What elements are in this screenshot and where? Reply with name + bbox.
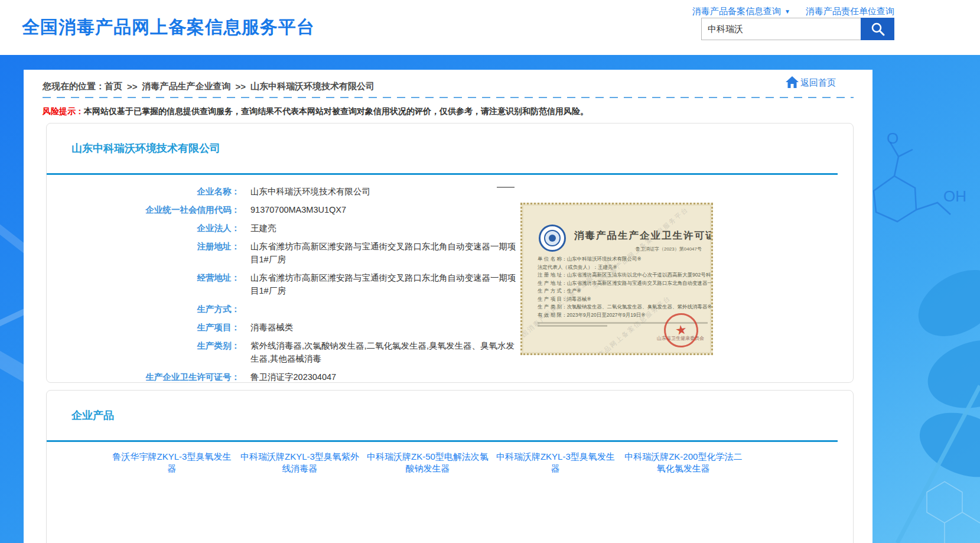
certificate-line: 生 产 项 目：消毒器械※ bbox=[538, 295, 712, 304]
breadcrumb-section-link[interactable]: 消毒产品生产企业查询 bbox=[142, 81, 231, 92]
home-icon bbox=[785, 76, 799, 89]
field-row: 生产类别： 紫外线消毒器,次氯酸钠发生器,二氧化氯发生器,臭氧发生器、臭氧水发生… bbox=[47, 339, 531, 365]
company-products-card: 企业产品 鲁沃华宇牌ZKYL-3型臭氧发生器 中科瑞沃牌ZKYL-3型臭氧紫外线… bbox=[46, 390, 854, 543]
field-value: 鲁卫消证字202304047 bbox=[250, 370, 521, 383]
product-link[interactable]: 鲁沃华宇牌ZKYL-3型臭氧发生器 bbox=[110, 451, 234, 474]
page: O OH 全国消毒产品网上备案信息服务平台 消毒产品备案信息查询 ▼ 消毒产品责… bbox=[0, 0, 980, 543]
breadcrumb: 您现在的位置： 首页 >> 消毒产品生产企业查询 >> 山东中科瑞沃环境技术有限… bbox=[43, 79, 854, 93]
title-underline bbox=[47, 173, 838, 175]
chemistry-leaf-decor-icon: O OH bbox=[862, 55, 980, 543]
field-row: 经营地址： 山东省潍坊市高新区潍安路与宝通街交叉路口东北角自动变速器一期项目1#… bbox=[47, 271, 531, 297]
site-title: 全国消毒产品网上备案信息服务平台 bbox=[22, 15, 315, 40]
field-label: 注册地址： bbox=[47, 240, 240, 266]
back-home-link[interactable]: 返回首页 bbox=[785, 76, 836, 89]
national-emblem-icon bbox=[539, 225, 566, 252]
certificate-title: 消毒产品生产企业卫生许可证 bbox=[574, 229, 713, 242]
site-header: 全国消毒产品网上备案信息服务平台 消毒产品备案信息查询 ▼ 消毒产品责任单位查询 bbox=[0, 0, 980, 55]
field-row: 生产项目： 消毒器械类 bbox=[47, 321, 531, 334]
certificate-line: 单 位 名 称：山东中科瑞沃环境技术有限公司※ bbox=[538, 255, 712, 264]
breadcrumb-home-link[interactable]: 首页 bbox=[105, 81, 122, 92]
breadcrumb-separator: >> bbox=[127, 82, 138, 92]
field-value: 消毒器械类 bbox=[250, 321, 521, 334]
title-underline bbox=[47, 440, 838, 442]
field-value: 王建亮 bbox=[250, 222, 521, 235]
field-value bbox=[250, 303, 521, 316]
search-bar bbox=[701, 18, 894, 40]
products-card-title: 企业产品 bbox=[71, 408, 114, 422]
field-label: 生产类别： bbox=[47, 339, 240, 365]
search-button[interactable] bbox=[861, 18, 894, 40]
certificate-number: 鲁卫消证字（2023）第04047号 bbox=[636, 246, 702, 252]
risk-notice: 风险提示：本网站仅基于已掌握的信息提供查询服务，查询结果不代表本网站对被查询对象… bbox=[43, 106, 588, 117]
company-name-title: 山东中科瑞沃环境技术有限公司 bbox=[71, 141, 220, 155]
breadcrumb-current: 山东中科瑞沃环境技术有限公司 bbox=[250, 81, 375, 92]
dashed-divider bbox=[43, 97, 854, 98]
certificate-line: 生 产 地 址：山东省潍坊市高新区潍安路与宝通街交叉路口东北角自动变速器一期项目… bbox=[538, 279, 712, 288]
field-row: 企业名称： 山东中科瑞沃环境技术有限公司 bbox=[47, 185, 531, 198]
svg-text:O: O bbox=[887, 129, 898, 147]
breadcrumb-prefix: 您现在的位置： bbox=[43, 81, 105, 92]
chevron-down-icon: ▼ bbox=[784, 8, 790, 15]
image-artifact-dash bbox=[497, 187, 515, 188]
field-value: 山东中科瑞沃环境技术有限公司 bbox=[250, 185, 521, 198]
field-label: 企业法人： bbox=[47, 222, 240, 235]
product-link[interactable]: 中科瑞沃牌ZK-50型电解法次氯酸钠发生器 bbox=[366, 451, 490, 474]
company-fields: 企业名称： 山东中科瑞沃环境技术有限公司 企业统一社会信用代码： 9137070… bbox=[47, 185, 531, 407]
product-link[interactable]: 中科瑞沃牌ZK-200型化学法二氧化氯发生器 bbox=[621, 451, 745, 474]
svg-text:OH: OH bbox=[943, 187, 966, 205]
field-row: 企业统一社会信用代码： 91370700MA3M3U1QX7 bbox=[47, 203, 531, 216]
license-certificate-image: 全国消毒产品网上备案信息服务平台 全国消毒产品网上备案信息服务平台 全国消毒产品… bbox=[520, 203, 713, 355]
product-list: 鲁沃华宇牌ZKYL-3型臭氧发生器 中科瑞沃牌ZKYL-3型臭氧紫外线消毒器 中… bbox=[110, 451, 825, 485]
field-label: 企业名称： bbox=[47, 185, 240, 198]
risk-notice-label: 风险提示： bbox=[43, 106, 84, 116]
certificate-line: 生 产 类 别：次氯酸钠发生器、二氧化氯发生器、臭氧发生器、紫外线消毒器※ bbox=[538, 303, 712, 311]
field-label: 生产项目： bbox=[47, 321, 240, 334]
product-link[interactable]: 中科瑞沃牌ZKYL-3型臭氧发生器 bbox=[493, 451, 617, 474]
search-input[interactable] bbox=[701, 18, 861, 40]
field-label: 企业统一社会信用代码： bbox=[47, 203, 240, 216]
breadcrumb-separator: >> bbox=[236, 82, 246, 92]
field-label: 生产方式： bbox=[47, 303, 240, 316]
nav-responsible-unit-query[interactable]: 消毒产品责任单位查询 bbox=[806, 6, 894, 17]
field-row: 企业法人： 王建亮 bbox=[47, 222, 531, 235]
content-panel: 您现在的位置： 首页 >> 消毒产品生产企业查询 >> 山东中科瑞沃环境技术有限… bbox=[24, 70, 872, 543]
field-row: 生产企业卫生许可证号： 鲁卫消证字202304047 bbox=[47, 370, 531, 383]
certificate-line: 注 册 地 址：山东省潍坊高新区玉清东街以北中心次干道以西高新大厦902号科研楼 bbox=[538, 271, 712, 279]
top-nav: 消毒产品备案信息查询 ▼ 消毒产品责任单位查询 bbox=[692, 6, 894, 17]
certificate-line: 生 产 方 式：生产※ bbox=[538, 287, 712, 295]
field-value: 山东省潍坊市高新区潍安路与宝通街交叉路口东北角自动变速器一期项目1#厂房 bbox=[250, 240, 521, 266]
certificate-line: 法定代表人（或负责人）：王建亮※ bbox=[538, 264, 712, 272]
search-icon bbox=[870, 21, 885, 37]
field-label: 经营地址： bbox=[47, 271, 240, 297]
field-row: 注册地址： 山东省潍坊市高新区潍安路与宝通街交叉路口东北角自动变速器一期项目1#… bbox=[47, 240, 531, 266]
field-value: 91370700MA3M3U1QX7 bbox=[250, 203, 521, 216]
field-label: 生产企业卫生许可证号： bbox=[47, 370, 240, 383]
product-link[interactable]: 中科瑞沃牌ZKYL-3型臭氧紫外线消毒器 bbox=[237, 451, 362, 474]
field-row: 生产方式： bbox=[47, 303, 531, 316]
risk-notice-text: 本网站仅基于已掌握的信息提供查询服务，查询结果不代表本网站对被查询对象信用状况的… bbox=[84, 106, 588, 116]
nav-record-info-query[interactable]: 消毒产品备案信息查询 ▼ bbox=[692, 6, 790, 17]
company-detail-card: 山东中科瑞沃环境技术有限公司 企业名称： 山东中科瑞沃环境技术有限公司 企业统一… bbox=[46, 123, 854, 383]
field-value: 紫外线消毒器,次氯酸钠发生器,二氧化氯发生器,臭氧发生器、臭氧水发生器,其他器械… bbox=[250, 339, 521, 365]
field-value: 山东省潍坊市高新区潍安路与宝通街交叉路口东北角自动变速器一期项目1#厂房 bbox=[250, 271, 521, 297]
